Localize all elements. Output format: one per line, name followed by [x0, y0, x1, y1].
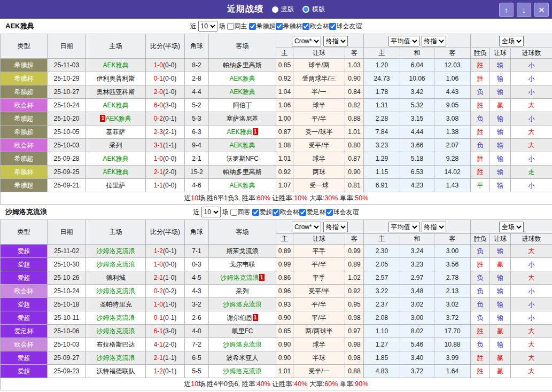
- league-filter-checkbox[interactable]: 欧会杯: [273, 208, 299, 217]
- summary-segment: 近: [184, 380, 191, 388]
- cover-cell: 输: [490, 85, 511, 99]
- away-team-cell: 波希米亚人: [209, 351, 276, 365]
- handicap-cell: 受一/球半: [293, 126, 345, 139]
- overunder-cell: 小: [511, 72, 552, 85]
- home-odds-cell: 0.96: [276, 285, 293, 298]
- home-team-cell: 拉里萨: [86, 179, 146, 192]
- corner-cell: 9-4: [185, 139, 209, 152]
- winlose-cell: 负: [471, 112, 490, 126]
- league-checkbox-input[interactable]: [299, 209, 306, 216]
- match-row: 爱足杯 25-10-06 沙姆洛克流浪 6-1(3-0) 4-0 凯里FC 0.…: [1, 325, 552, 338]
- average-select[interactable]: 平均值: [388, 222, 419, 232]
- league-checkbox-input[interactable]: [276, 23, 283, 30]
- final-odds-select-2[interactable]: 终指: [422, 222, 446, 232]
- league-checkbox-input[interactable]: [249, 23, 256, 30]
- home-team-cell: AEK雅典: [86, 59, 146, 72]
- corner-cell: 2-1: [185, 152, 209, 166]
- overunder-cell: 小: [511, 152, 552, 166]
- layout-radio-horizontal[interactable]: 横版: [302, 5, 325, 14]
- overunder-cell: 小: [511, 112, 552, 126]
- halftime-score: (3-0): [163, 101, 176, 109]
- same-away-checkbox-input[interactable]: [230, 209, 237, 216]
- match-row: 希腊杯 25-10-29 伊利奥普利斯 0-1(0-0) 2-8 AEK雅典 0…: [1, 72, 552, 85]
- home-team-cell: 1AEK雅典: [86, 112, 146, 126]
- red-card-badge: 1: [100, 115, 105, 122]
- fulltime-score: 2-1: [154, 168, 163, 176]
- away-team-cell: AEK雅典1: [209, 126, 276, 139]
- result-group-header: 全场: [471, 220, 552, 234]
- league-filter-checkbox[interactable]: 球会友谊: [329, 22, 362, 31]
- home-team-cell: 沃特福德联队: [86, 365, 146, 378]
- home-team-name: 德利城: [106, 274, 126, 281]
- same-home-checkbox-input[interactable]: [227, 23, 234, 30]
- final-odds-select-1[interactable]: 终指: [323, 222, 348, 232]
- match-count-select[interactable]: 10: [198, 21, 217, 32]
- average-select[interactable]: 平均值: [388, 36, 419, 46]
- league-filter-checkbox[interactable]: 球会友谊: [326, 208, 359, 217]
- league-filter-checkbox[interactable]: 希腊杯: [276, 22, 302, 31]
- date-cell: 25-09-21: [48, 179, 86, 192]
- away-odds-cell: 0.80: [345, 139, 364, 152]
- final-odds-select-1[interactable]: 终指: [323, 36, 348, 46]
- final-odds-select-2[interactable]: 终指: [422, 36, 446, 46]
- league-checkbox-input[interactable]: [326, 209, 333, 216]
- winlose-cell: 负: [471, 245, 490, 258]
- match-row: 爱超 25-10-26 德利城 2-1(1-0) 4-5 沙姆洛克流浪1 0.8…: [1, 271, 552, 285]
- halftime-score: (1-1): [163, 142, 176, 149]
- league-filter-checkbox[interactable]: 爱足杯: [299, 208, 326, 217]
- home-team-name: 沙姆洛克流浪: [97, 354, 135, 362]
- col-wl: 胜负: [471, 234, 490, 245]
- handicap-cell: 半球: [293, 351, 345, 365]
- winlose-cell: 负: [471, 285, 490, 298]
- same-venue-checkbox-2[interactable]: 同客: [230, 208, 251, 217]
- match-count-select[interactable]: 10: [201, 207, 221, 217]
- league-cell: 欧会杯: [1, 139, 48, 152]
- average-group-header: 平均值终指: [364, 34, 471, 48]
- league-filter-label: 爱超: [260, 208, 273, 217]
- avg-away-cell: 1.43: [434, 179, 471, 192]
- avg-draw-cell: 3.24: [400, 245, 434, 258]
- score-cell: 1-0(0-0): [146, 59, 185, 72]
- league-checkbox-input[interactable]: [273, 209, 279, 216]
- fulltime-select[interactable]: 全场: [499, 36, 524, 46]
- bookmaker-select[interactable]: Crow*: [292, 36, 321, 46]
- league-filter-checkbox[interactable]: 爱超: [252, 208, 273, 217]
- league-cell: 希腊超: [1, 126, 48, 139]
- overunder-cell: 小: [511, 59, 552, 72]
- league-filter-checkbox[interactable]: 希腊超: [249, 22, 276, 31]
- winlose-cell: 胜: [471, 166, 490, 179]
- move-up-button[interactable]: ↑: [499, 3, 514, 17]
- home-team-name: AEK雅典: [105, 115, 131, 122]
- away-odds-cell: 0.84: [345, 85, 364, 99]
- winlose-cell: 平: [471, 179, 490, 192]
- summary-row-1: 近10场,胜6平1负3, 胜率:60% 让胜率:10% 大率:30% 单率:50…: [1, 192, 552, 205]
- same-venue-checkbox-1[interactable]: 同主: [227, 22, 247, 31]
- col-away: 客场: [209, 34, 276, 59]
- league-checkbox-input[interactable]: [302, 23, 309, 30]
- handicap-cell: 球半/两: [293, 59, 345, 72]
- date-cell: 25-11-02: [48, 245, 86, 258]
- league-checkbox-input[interactable]: [329, 23, 336, 30]
- move-down-button[interactable]: ↓: [517, 3, 531, 17]
- league-cell: 希腊杯: [1, 166, 48, 179]
- league-filter-checkbox[interactable]: 欧会杯: [302, 22, 329, 31]
- summary-segment: 40%: [257, 380, 270, 388]
- section-header-1: AEK雅典 近 10 场 同主 希腊超希腊杯欧会杯球会友谊: [0, 19, 552, 34]
- col-type: 类型: [1, 220, 48, 245]
- fulltime-select[interactable]: 全场: [499, 222, 524, 232]
- layout-radio-vertical[interactable]: 竖版: [272, 5, 294, 14]
- cover-cell: 输: [490, 59, 511, 72]
- avg-draw-cell: 3.66: [400, 139, 434, 152]
- home-team-cell: 沙姆洛克流浪: [86, 245, 146, 258]
- bookmaker-select[interactable]: Crow*: [292, 222, 321, 232]
- avg-home-cell: 1.31: [364, 99, 400, 112]
- col-handicap: 让球: [293, 234, 345, 245]
- league-checkbox-input[interactable]: [252, 209, 259, 216]
- score-cell: 2-1(1-0): [146, 271, 185, 285]
- away-team-cell: AEK雅典: [209, 85, 276, 99]
- avg-draw-cell: 6.53: [400, 166, 434, 179]
- col-avg-d: 和: [400, 234, 434, 245]
- away-team-name: 戈尔韦联: [230, 261, 255, 268]
- away-team-name: 帕纳多里高斯: [223, 61, 262, 69]
- close-button[interactable]: ✕: [534, 3, 549, 17]
